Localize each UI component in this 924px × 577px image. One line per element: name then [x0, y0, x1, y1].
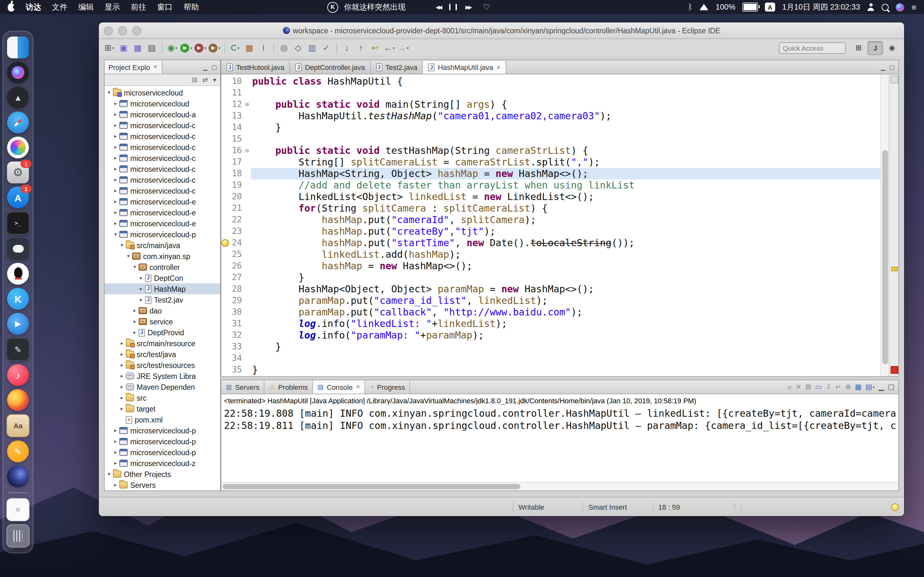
code-line-10[interactable]: 10public class HashMapUtil { [221, 76, 881, 87]
tree-item-microservicecloud-c[interactable]: ▸microservicecloud-c [105, 153, 220, 163]
editor-tab-deptcontroller-java[interactable]: DeptController.java [290, 61, 371, 74]
menu-finder[interactable]: 访达 [26, 2, 41, 13]
tab-project-explorer[interactable]: Project Explo ✕ [105, 60, 162, 74]
code-line-34[interactable]: 34 [221, 353, 881, 364]
scrollbar-thumb[interactable] [882, 150, 888, 364]
tree-item-microservicecloud-p[interactable]: ▸microservicecloud-p [105, 447, 220, 458]
code-line-21[interactable]: 21 for(String splitCamera : splitCameraL… [221, 203, 881, 214]
expand-arrow-icon[interactable]: ▸ [138, 275, 144, 281]
wifi-icon[interactable] [700, 4, 709, 10]
expand-arrow-icon[interactable]: ▸ [112, 144, 119, 150]
tree-item-maven-dependen[interactable]: ▸Maven Dependen [105, 382, 220, 392]
debug-button[interactable]: ◉▾ [166, 41, 179, 54]
expand-arrow-icon[interactable]: ▸ [112, 166, 119, 172]
new-button[interactable]: ⊞▾ [103, 41, 116, 54]
tree-item-src-test-resources[interactable]: ▸src/test/resources [105, 359, 220, 371]
expand-arrow-icon[interactable]: ▸ [138, 286, 144, 292]
tree-item-other-projects[interactable]: ▾Other Projects [105, 469, 220, 480]
code-line-31[interactable]: 31 log.info("linkedList: "+linkedList); [221, 318, 881, 330]
remove-all-launches-button[interactable]: ⊠ [805, 383, 811, 391]
tree-item-microservicecloud-c[interactable]: ▸microservicecloud-c [105, 185, 220, 196]
expand-arrow-icon[interactable]: ▸ [112, 101, 119, 106]
expand-arrow-icon[interactable]: ▸ [112, 155, 119, 161]
console-output-area[interactable]: <terminated> HashMapUtil [Java Applicati… [221, 394, 898, 490]
finder-icon[interactable] [7, 37, 29, 58]
expand-arrow-icon[interactable]: ▸ [112, 482, 119, 488]
code-line-19[interactable]: 19 //add and delete faster than arrayLis… [221, 179, 881, 191]
tree-item-dao[interactable]: ▸dao [105, 305, 220, 316]
code-line-22[interactable]: 22 hashMap.put("cameraId", splitCamera); [221, 214, 881, 226]
pause-icon[interactable] [449, 4, 457, 10]
new-java-package-button[interactable]: ▦ [242, 41, 256, 54]
favorite-heart-icon[interactable]: ♡ [483, 3, 490, 11]
menu-help[interactable]: 帮助 [184, 2, 199, 13]
tree-item-src-main-resource[interactable]: ▸src/main/resource [105, 338, 220, 349]
previous-track-icon[interactable]: ◀◀ [436, 4, 441, 10]
tree-item-microservicecloud-c[interactable]: ▸microservicecloud-c [105, 131, 220, 142]
scroll-lock-button[interactable]: ⇩ [825, 383, 831, 391]
collapse-all-icon[interactable]: ⊟ [192, 76, 197, 83]
view-menu-icon[interactable]: ▾ [213, 76, 216, 83]
photos-icon[interactable] [7, 137, 29, 158]
tree-item-service[interactable]: ▸service [105, 316, 220, 327]
collapse-arrow-icon[interactable]: ▾ [112, 231, 119, 237]
expand-arrow-icon[interactable]: ▸ [138, 297, 144, 303]
editor-tab-test2-java[interactable]: Test2.java [371, 61, 423, 74]
expand-arrow-icon[interactable]: ▸ [112, 199, 119, 205]
code-line-20[interactable]: 20 LinkedList<Object> linkedList = new L… [221, 191, 881, 203]
tree-item-deptprovid[interactable]: ▸DeptProvid [105, 327, 220, 338]
search-button[interactable]: ◎ [277, 41, 291, 54]
overview-ruler[interactable] [889, 74, 898, 376]
notes-icon[interactable]: ✎ [6, 338, 29, 361]
scrollbar-thumb[interactable] [223, 484, 520, 489]
minimize-view-button[interactable]: ▁ [879, 383, 884, 391]
code-line-15[interactable]: 15 [221, 133, 881, 145]
next-annotation-button[interactable]: ↓ [340, 41, 354, 54]
tree-item-pom-xml[interactable]: pom.xml [105, 414, 220, 425]
fold-collapse-icon[interactable]: ⊖ [243, 99, 251, 110]
print-button[interactable]: ▤ [145, 41, 158, 54]
qq-icon[interactable] [7, 263, 29, 285]
maximize-view-button[interactable]: ▢ [888, 383, 895, 391]
run-button[interactable]: ▶▾ [180, 41, 193, 54]
open-perspective-button[interactable]: ⊞ [851, 41, 866, 54]
code-line-29[interactable]: 29 paramMap.put("camera_id_list", linked… [221, 295, 881, 306]
console-tab-problems[interactable]: ⚠Problems [265, 380, 313, 394]
expand-arrow-icon[interactable]: ▸ [132, 308, 138, 314]
zoom-window-button[interactable] [132, 26, 141, 35]
expand-arrow-icon[interactable]: ▸ [119, 395, 125, 401]
forward-button[interactable]: →▾ [397, 41, 410, 54]
battery-icon[interactable] [742, 3, 758, 11]
video-player-icon[interactable]: ▶ [7, 313, 29, 335]
quick-access-input[interactable]: Quick Access [779, 42, 846, 53]
firefox-icon[interactable] [7, 389, 29, 411]
minimize-view-icon[interactable]: ▁ [203, 64, 208, 70]
next-track-icon[interactable]: ▶▶ [465, 4, 471, 10]
pin-console-button[interactable]: ⊕ [845, 383, 851, 391]
last-edit-location-button[interactable]: ↩ [368, 41, 382, 54]
tree-item-microservicecloud[interactable]: ▾microservicecloud [105, 87, 220, 98]
code-line-33[interactable]: 33 } [221, 341, 881, 353]
code-editor[interactable]: 10public class HashMapUtil {1112⊖ public… [221, 74, 899, 377]
tree-item-microservicecloud-e[interactable]: ▸microservicecloud-e [105, 207, 220, 218]
save-all-button[interactable]: ▦ [131, 41, 144, 54]
expand-arrow-icon[interactable]: ▸ [119, 351, 125, 357]
code-pane[interactable]: 10public class HashMapUtil {1112⊖ public… [221, 74, 881, 376]
expand-arrow-icon[interactable]: ▸ [119, 340, 125, 346]
menu-view[interactable]: 显示 [105, 2, 120, 13]
console-tab-console[interactable]: ▤Console✕ [313, 380, 365, 394]
warning-marker[interactable] [891, 267, 897, 271]
expand-arrow-icon[interactable]: ▸ [112, 428, 119, 434]
kugou-music-icon[interactable]: K [7, 288, 29, 309]
tree-item-deptcon[interactable]: ▸DeptCon [105, 272, 220, 284]
code-line-28[interactable]: 28 HashMap<Object, Object> paramMap = ne… [221, 284, 881, 295]
tree-item-servers[interactable]: ▸Servers [105, 480, 220, 490]
code-line-14[interactable]: 14 } [221, 122, 881, 133]
code-line-35[interactable]: 35} [221, 364, 881, 376]
validate-button[interactable]: ✓ [320, 41, 333, 54]
word-wrap-button[interactable]: ↵ [835, 383, 841, 391]
editor-tab-testhutool-java[interactable]: TestHutool.java [221, 61, 290, 74]
collapse-arrow-icon[interactable]: ▾ [132, 264, 138, 270]
run-external-tools-button[interactable]: ▶▾ [194, 41, 207, 54]
console-tab-progress[interactable]: ◔Progress [365, 380, 410, 394]
